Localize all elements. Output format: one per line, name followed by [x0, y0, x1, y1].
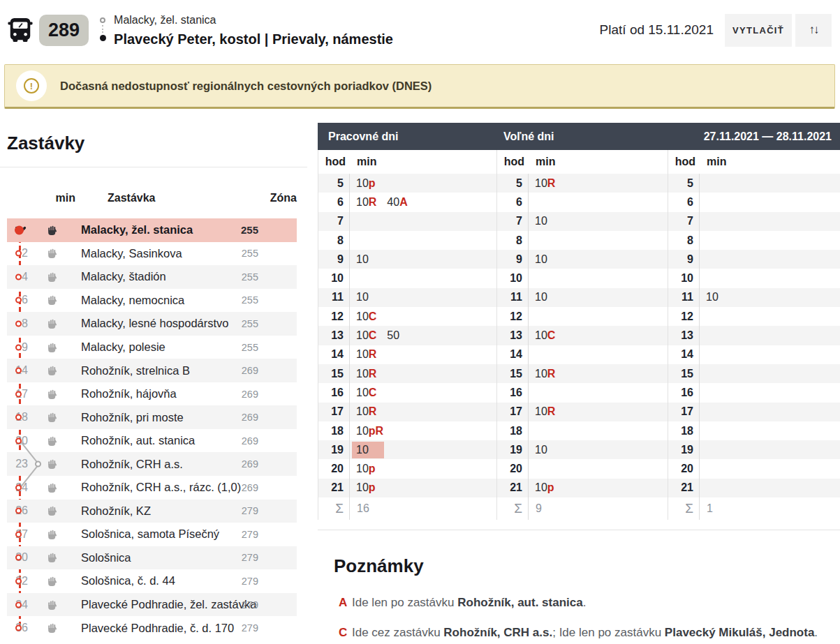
departure-time[interactable]: 10p: [535, 481, 554, 494]
hour-cell: 21: [318, 479, 350, 497]
timetable-row: 910: [318, 250, 496, 269]
note-letter: C: [369, 310, 377, 322]
timetable-group: hodmin510p610R40A789101011101210C1310C50…: [318, 150, 496, 520]
departure-time[interactable]: 10R: [356, 348, 376, 361]
print-button[interactable]: VYTLAČIŤ: [725, 14, 792, 47]
departure-time[interactable]: 10R: [535, 368, 555, 380]
stop-minutes: 34: [0, 599, 28, 611]
sum-row: Σ9: [497, 497, 668, 520]
hour-cell: 8: [318, 231, 350, 250]
note-code: C: [334, 625, 352, 641]
stop-row[interactable]: 9Malacky, polesie255: [0, 336, 307, 359]
stop-row[interactable]: 26Rohožník, KZ279: [0, 500, 307, 523]
departure-time[interactable]: 10: [352, 442, 384, 458]
timetable-row: 9: [668, 250, 840, 269]
stop-name: Malacky, nemocnica: [75, 294, 102, 307]
departure-time[interactable]: 10: [356, 253, 369, 266]
swap-direction-button[interactable]: ↑↓: [795, 14, 832, 47]
departure-time[interactable]: 10R: [356, 368, 376, 380]
minute-value: 10: [356, 253, 369, 265]
stop-row[interactable]: 32Sološnica, č. d. 44279: [0, 569, 307, 593]
stop-zone: 255: [102, 271, 269, 283]
minute-value: 40: [387, 196, 399, 208]
note-code: A: [334, 595, 352, 611]
timetable-row: 7: [318, 212, 496, 231]
stop-row[interactable]: 23Rohožník, CRH a.s.269: [0, 452, 307, 476]
departure-time[interactable]: 10: [535, 444, 547, 456]
main-content: Zastávky min Zastávka Zóna Malacky, žel.…: [0, 123, 840, 644]
note-text: Ide len po zastávku Rohožník, aut. stani…: [352, 595, 586, 611]
hour-cell: 7: [497, 212, 529, 231]
stop-row[interactable]: 30Sološnica279: [0, 546, 307, 570]
minutes-cell: 10: [529, 253, 547, 266]
stop-name: Rohožník, pri moste: [75, 411, 102, 424]
departures-count: 9: [529, 502, 542, 515]
stop-row[interactable]: 4Malacky, štadión255: [0, 265, 307, 289]
route-number-badge: 289: [39, 15, 89, 46]
request-stop-hand-icon: [47, 248, 57, 259]
minutes-cell: 10: [700, 291, 719, 304]
minute-value: 10: [356, 444, 369, 456]
departure-time[interactable]: 50: [387, 329, 399, 342]
stop-name: Rohožník, strelnica B: [75, 364, 102, 377]
departure-time[interactable]: 10p: [356, 463, 376, 475]
hour-cell: 14: [497, 345, 529, 364]
timetable-row: 2010p: [318, 459, 496, 478]
departure-time[interactable]: 10p: [356, 481, 376, 494]
departure-time[interactable]: 10C: [356, 329, 376, 342]
departure-time[interactable]: 10pR: [356, 425, 383, 437]
timetable-row: 1210C: [318, 307, 496, 326]
timetable-row: 8: [668, 231, 840, 250]
departure-time[interactable]: 10: [535, 291, 547, 304]
minute-value: 10: [535, 405, 547, 417]
departure-time[interactable]: 10: [356, 291, 369, 304]
departure-time[interactable]: 10p: [356, 177, 376, 190]
timetable-row: 5: [668, 174, 840, 193]
sum-row: Σ1: [668, 497, 840, 520]
departure-time[interactable]: 10: [535, 215, 547, 227]
departure-time[interactable]: 10R: [535, 177, 555, 190]
hour-cell: 19: [497, 440, 529, 459]
hour-cell: 21: [668, 479, 700, 497]
request-stop-hand-icon: [47, 576, 57, 587]
departure-time[interactable]: 10: [535, 253, 547, 266]
min-column-label: min: [529, 156, 555, 168]
departure-time[interactable]: 10C: [356, 387, 376, 399]
stop-circle-icon: [15, 531, 22, 537]
departure-time[interactable]: 10C: [356, 310, 376, 323]
departure-time[interactable]: 10R: [535, 405, 555, 418]
departure-time[interactable]: 10R: [356, 196, 376, 209]
sigma-icon: Σ: [318, 497, 350, 520]
stop-circle-icon: [15, 250, 22, 257]
stop-row[interactable]: 20Rohožník, aut. stanica269: [0, 429, 307, 453]
departure-time[interactable]: 10R: [356, 405, 376, 418]
stop-row[interactable]: 34Plavecké Podhradie, žel. zastávka279: [0, 593, 307, 617]
hour-cell: 14: [318, 345, 350, 364]
hour-cell: 15: [668, 364, 700, 383]
stop-row[interactable]: 18Rohožník, pri moste269: [0, 405, 307, 429]
stop-row[interactable]: 14Rohožník, strelnica B269: [0, 359, 307, 382]
stop-zone: 279: [102, 622, 269, 634]
warning-icon: !: [16, 70, 47, 101]
note-letter: C: [369, 387, 377, 398]
request-stop-hand-icon: [47, 622, 57, 634]
stop-row[interactable]: 24Rohožník, CRH a.s., rázc. (1,0)269: [0, 476, 307, 500]
request-stop-hand-icon: [47, 365, 57, 376]
stop-row[interactable]: 36Plavecké Podhradie, č. d. 170279: [0, 616, 307, 640]
stop-row[interactable]: 17Rohožník, hájovňa269: [0, 382, 307, 406]
stop-row[interactable]: 2Malacky, Sasinkova255: [0, 242, 307, 266]
departure-time[interactable]: 10C: [535, 329, 555, 342]
stop-row[interactable]: 6Malacky, nemocnica255: [0, 289, 307, 313]
minutes-cell: 10R40A: [350, 196, 408, 209]
stop-row[interactable]: 27Sološnica, samota Písečný279: [0, 523, 307, 546]
stops-table: min Zastávka Zóna Malacky, žel. stanica2…: [0, 187, 307, 640]
stop-row[interactable]: Malacky, žel. stanica255: [0, 218, 307, 242]
departure-time[interactable]: 40A: [387, 196, 407, 209]
hour-cell: 17: [318, 403, 350, 421]
stop-circle-icon: [15, 555, 22, 561]
timetable-row: 1110: [318, 288, 496, 307]
stop-row[interactable]: 8Malacky, lesné hospodárstvo255: [0, 312, 307, 336]
minutes-cell: 10p: [350, 463, 376, 475]
minute-value: 10: [535, 368, 547, 380]
departure-time[interactable]: 10: [706, 291, 719, 304]
